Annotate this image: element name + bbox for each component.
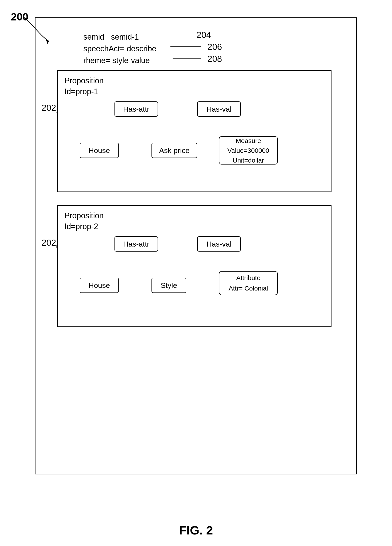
- propn-has-attr-node: Has-attr: [114, 236, 158, 252]
- svg-marker-11: [46, 39, 49, 44]
- propn-has-val-node: Has-val: [197, 236, 241, 252]
- proposition-box-n: Proposition Id=prop-2 Has-attr Has-val H…: [57, 205, 332, 327]
- prop1-measure-text: Measure Value=300000 Unit=dollar: [228, 136, 269, 165]
- proposition-box-1: Proposition Id=prop-1 Has-attr Has-val H…: [57, 70, 332, 192]
- propn-attribute-text: Attribute Attr= Colonial: [229, 273, 268, 293]
- outer-frame: semid= semid-1 speechAct= describe rheme…: [35, 17, 357, 474]
- callout-206: 206: [207, 42, 222, 52]
- propn-attribute-node: Attribute Attr= Colonial: [219, 271, 278, 295]
- prop1-measure-node: Measure Value=300000 Unit=dollar: [219, 136, 278, 164]
- propn-house-node: House: [80, 278, 119, 293]
- speech-act-attr: speechAct= describe: [83, 43, 156, 55]
- semid-attr: semid= semid-1: [83, 31, 156, 43]
- prop1-has-val-node: Has-val: [197, 101, 241, 117]
- prop1-ask-price-node: Ask price: [151, 143, 197, 158]
- rheme-attr: rheme= style-value: [83, 55, 156, 66]
- fig-label: FIG. 2: [179, 523, 213, 537]
- outer-attributes: semid= semid-1 speechAct= describe rheme…: [83, 31, 156, 66]
- arrow-200-svg: [11, 11, 54, 46]
- callout-204: 204: [196, 30, 211, 40]
- prop1-house-node: House: [80, 143, 119, 158]
- prop1-has-attr-node: Has-attr: [114, 101, 158, 117]
- label-202-n: 202n: [42, 238, 59, 249]
- label-202-1: 2021: [42, 103, 59, 114]
- callout-208: 208: [207, 54, 222, 64]
- prop1-title: Proposition Id=prop-1: [65, 75, 104, 97]
- propn-style-node: Style: [151, 278, 186, 293]
- propn-title: Proposition Id=prop-2: [65, 210, 104, 232]
